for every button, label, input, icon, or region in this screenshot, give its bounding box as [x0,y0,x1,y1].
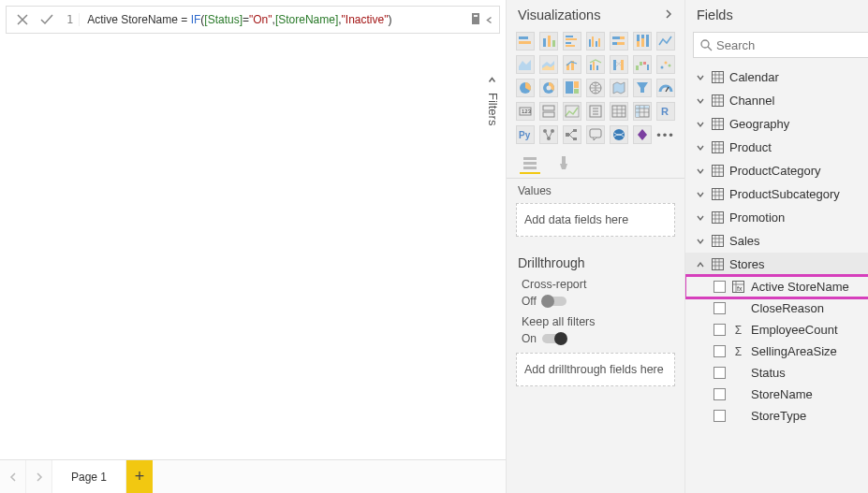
viz-stacked-bar-icon[interactable] [516,32,535,51]
svg-rect-76 [713,166,724,177]
fields-search-input[interactable] [713,35,868,56]
field-active-storename[interactable]: fx Active StoreName [685,276,868,297]
viz-more-button[interactable]: ••• [656,125,675,144]
table-productcategory[interactable]: ProductCategory [685,159,868,182]
svg-rect-29 [613,60,616,70]
table-promotion[interactable]: Promotion [685,206,868,229]
viz-kpi-icon[interactable] [563,102,581,121]
viz-gauge-icon[interactable] [656,79,675,97]
svg-rect-75 [713,142,724,153]
page-tab-page1[interactable]: Page 1 [52,460,126,493]
svg-point-37 [669,65,671,67]
drillthrough-title: Drillthrough [507,246,684,274]
viz-stacked-column-icon[interactable] [539,32,558,51]
format-tab-button[interactable] [553,153,574,174]
table-label: Product [729,140,772,154]
viz-100-stacked-column-icon[interactable] [633,32,652,51]
table-channel[interactable]: Channel [685,89,868,112]
field-checkbox[interactable] [714,410,726,422]
viz-map-icon[interactable] [586,79,605,97]
viz-100-stacked-bar-icon[interactable] [610,32,628,51]
filters-pane-collapsed[interactable]: Filters [481,73,504,125]
page-prev-button[interactable] [0,460,26,493]
formula-text[interactable]: Active StoreName = IF([Status]="On",[Sto… [83,11,467,28]
field-checkbox[interactable] [714,302,726,314]
field-checkbox[interactable] [714,367,726,379]
visualizations-title: Visualizations [518,7,600,22]
report-canvas[interactable]: Filters [0,39,506,459]
field-checkbox[interactable] [714,388,726,400]
viz-card-icon[interactable]: 123 [516,102,535,121]
table-label: ProductSubcategory [729,187,840,201]
viz-matrix-icon[interactable] [633,102,652,121]
viz-pie-icon[interactable] [516,79,535,97]
field-closereason[interactable]: CloseReason [685,297,868,319]
table-sales[interactable]: Sales [685,229,868,253]
table-product[interactable]: Product [685,136,868,159]
viz-arcgis-icon[interactable] [610,125,628,144]
viz-scatter-icon[interactable] [656,55,675,74]
viz-line-clustered-column-icon[interactable] [586,55,605,74]
add-page-button[interactable]: + [126,460,153,493]
field-checkbox[interactable] [714,324,726,336]
calculated-column-icon: fx [731,281,745,293]
fields-tab-button[interactable] [520,153,540,174]
field-label: CloseReason [751,301,824,315]
field-sellingareasizie[interactable]: Σ SellingAreaSize [685,341,868,362]
viz-funnel-icon[interactable] [633,79,652,97]
page-next-button[interactable] [26,460,52,493]
field-checkbox[interactable] [714,345,726,357]
table-calendar[interactable]: Calendar [685,65,868,89]
chevron-down-icon [695,190,706,199]
viz-r-script-icon[interactable]: R [656,102,675,121]
viz-clustered-column-icon[interactable] [586,32,605,51]
field-employeecount[interactable]: Σ EmployeeCount [685,319,868,341]
viz-qa-icon[interactable] [586,125,605,144]
viz-filled-map-icon[interactable] [610,79,628,97]
svg-rect-55 [636,106,649,109]
sigma-icon: Σ [731,324,745,337]
viz-donut-icon[interactable] [539,79,558,97]
drillthrough-field-well[interactable]: Add drillthrough fields here [516,353,675,386]
viz-powerapps-icon[interactable] [633,125,652,144]
field-status[interactable]: Status [685,362,868,384]
svg-rect-9 [566,42,571,44]
svg-rect-28 [596,65,598,70]
svg-rect-61 [566,133,569,137]
viz-clustered-bar-icon[interactable] [563,32,581,51]
svg-text:123: 123 [522,109,532,114]
collapse-visualizations-button[interactable] [664,7,673,22]
viz-key-influencers-icon[interactable] [539,125,558,144]
viz-area-chart-icon[interactable] [516,55,535,74]
svg-rect-11 [589,39,591,47]
viz-line-stacked-column-icon[interactable] [563,55,581,74]
cross-report-toggle[interactable]: Off [522,295,566,308]
formula-dropdown-button[interactable] [482,15,496,24]
viz-table-icon[interactable] [610,102,628,121]
viz-slicer-icon[interactable] [586,102,605,121]
svg-line-71 [708,47,712,51]
fields-search[interactable] [693,32,868,58]
viz-ribbon-chart-icon[interactable] [610,55,628,74]
values-field-well[interactable]: Add data fields here [516,203,675,237]
viz-treemap-icon[interactable] [563,79,581,97]
viz-stacked-area-icon[interactable] [539,55,558,74]
viz-python-icon[interactable]: Py [516,125,535,144]
viz-decomposition-tree-icon[interactable] [563,125,581,144]
viz-line-chart-icon[interactable] [656,32,675,51]
viz-waterfall-icon[interactable] [633,55,652,74]
field-checkbox[interactable] [714,281,726,293]
table-productsubcategory[interactable]: ProductSubcategory [685,182,868,206]
table-icon [712,235,724,247]
svg-rect-68 [523,167,537,169]
viz-multi-row-card-icon[interactable] [539,102,558,121]
field-storename[interactable]: StoreName [685,384,868,405]
keep-all-filters-toggle[interactable]: On [522,332,566,345]
field-storetype[interactable]: StoreType [685,405,868,427]
formula-commit-button[interactable] [37,9,57,30]
table-icon [712,94,724,107]
table-geography[interactable]: Geography [685,112,868,136]
table-stores[interactable]: Stores [685,253,868,276]
visualization-picker: 123 R Py ••• [507,30,684,152]
formula-cancel-button[interactable] [12,9,33,30]
